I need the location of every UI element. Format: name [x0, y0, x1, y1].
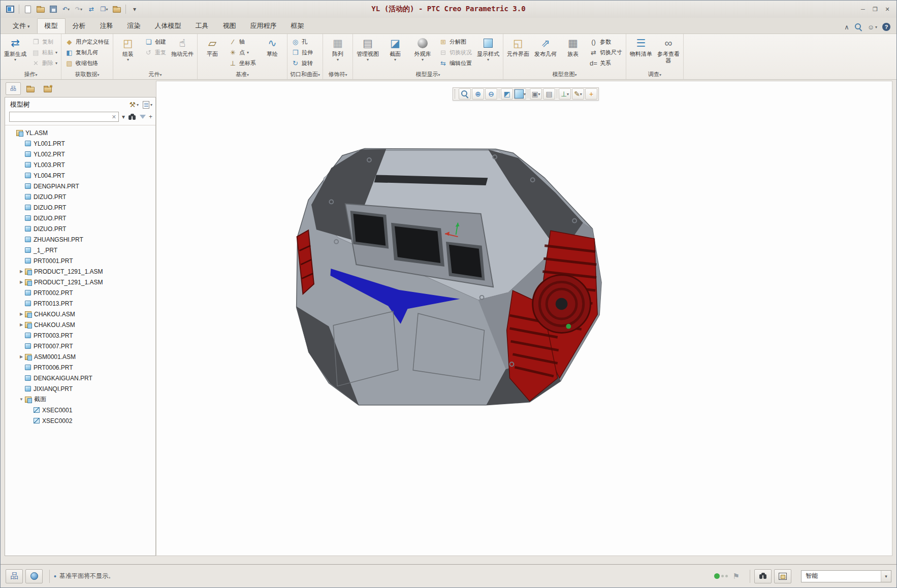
group-modifiers-label[interactable]: 修饰符▾: [325, 70, 351, 79]
switch-windows-button[interactable]: ❐▾: [99, 4, 110, 15]
extrude-button[interactable]: ❒拉伸: [289, 47, 315, 58]
close-window-button[interactable]: [111, 4, 122, 15]
expander-icon[interactable]: ▶: [18, 354, 25, 359]
filter-funnel-icon[interactable]: [140, 113, 146, 120]
regenerate-quick-button[interactable]: ⇄: [86, 4, 97, 15]
pattern-button[interactable]: ▦阵列▾: [325, 35, 351, 70]
group-operations-label[interactable]: 操作▾: [2, 70, 59, 79]
tab-manikin[interactable]: 人体模型: [148, 19, 188, 34]
tree-item[interactable]: PRT0001.PRT: [5, 255, 155, 266]
group-investigate-label[interactable]: 调查▾: [628, 70, 682, 79]
tree-item[interactable]: YL.ASM: [5, 127, 155, 138]
assemble-button[interactable]: ◰组装▾: [115, 35, 141, 70]
selection-filter-arrow[interactable]: ▾: [881, 571, 891, 582]
find-button[interactable]: [754, 569, 772, 583]
datum-display-button[interactable]: ⊥▾: [559, 88, 571, 100]
minimize-button[interactable]: ─: [858, 5, 868, 14]
tree-item[interactable]: ▶CHAKOU.ASM: [5, 319, 155, 330]
tab-model[interactable]: 模型: [37, 18, 66, 34]
tree-item[interactable]: XSEC0001: [5, 405, 155, 415]
tree-item[interactable]: DIZUO.PRT: [5, 202, 155, 213]
tree-item[interactable]: ▼截面: [5, 394, 155, 405]
tree-item[interactable]: DIZUO.PRT: [5, 213, 155, 223]
open-file-button[interactable]: [35, 4, 46, 15]
new-file-button[interactable]: [22, 4, 34, 15]
tab-analysis[interactable]: 分析: [66, 19, 93, 34]
expander-icon[interactable]: ▶: [18, 312, 25, 316]
switch-dimensions-button[interactable]: ⇄切换尺寸: [587, 47, 624, 58]
revolve-button[interactable]: ↻旋转: [289, 58, 315, 69]
zoom-in-button[interactable]: ⊕: [472, 88, 484, 100]
search-dropdown-arrow[interactable]: ▾: [122, 113, 125, 120]
tree-item[interactable]: ZHUANGSHI.PRT: [5, 234, 155, 245]
model-tree-tab[interactable]: 品: [6, 82, 21, 95]
flag-icon[interactable]: ⚑: [733, 572, 740, 581]
exploded-view-button[interactable]: ⊞分解图: [437, 37, 474, 47]
group-get-data-label[interactable]: 获取数据▾: [63, 70, 111, 79]
agent-status-dots[interactable]: [714, 573, 728, 579]
folder-browser-tab[interactable]: [23, 82, 38, 95]
feedback-smiley-icon[interactable]: ☺▾: [868, 23, 877, 31]
edit-position-button[interactable]: ⇆编辑位置: [437, 58, 474, 69]
tab-annotate[interactable]: 注释: [93, 19, 120, 34]
expander-icon[interactable]: ▶: [18, 280, 25, 284]
hole-button[interactable]: ◎孔: [289, 37, 315, 47]
tree-item[interactable]: YL003.PRT: [5, 159, 155, 170]
zoom-region-button[interactable]: [459, 88, 471, 100]
expander-icon[interactable]: ▶: [18, 322, 25, 327]
tab-tools[interactable]: 工具: [188, 19, 216, 34]
tab-framework[interactable]: 框架: [284, 19, 311, 34]
tree-tools-icon[interactable]: ⚒▾: [129, 101, 139, 109]
spin-center-button[interactable]: +: [585, 88, 597, 100]
family-table-button[interactable]: ▦族表: [560, 35, 586, 70]
tree-item[interactable]: PRT0013.PRT: [5, 298, 155, 309]
help-icon[interactable]: ?: [882, 23, 890, 31]
tree-item[interactable]: YL004.PRT: [5, 170, 155, 181]
tree-item[interactable]: DIZUO.PRT: [5, 223, 155, 234]
close-button[interactable]: ✕: [882, 5, 892, 14]
customize-quick-access-arrow[interactable]: ▾: [129, 4, 140, 15]
undo-button[interactable]: ↶▾: [60, 4, 72, 15]
search-clear-icon[interactable]: ✕: [110, 114, 118, 120]
drag-component-button[interactable]: ☝拖动元件: [169, 35, 196, 70]
bom-button[interactable]: ☰物料清单: [628, 35, 654, 70]
saved-orientations-button[interactable]: ▣▾: [530, 88, 542, 100]
tree-item[interactable]: DIZUO.PRT: [5, 191, 155, 202]
group-datum-label[interactable]: 基准▾: [199, 70, 285, 79]
switch-state-button[interactable]: ⊟切换状况: [437, 47, 474, 58]
tree-item[interactable]: ▶PRODUCT_1291_1.ASM: [5, 266, 155, 277]
app-icon[interactable]: [5, 4, 16, 15]
delete-button[interactable]: ✕删除▾: [29, 58, 59, 69]
axis-button[interactable]: ∕轴: [227, 37, 258, 47]
command-search-icon[interactable]: [854, 23, 862, 31]
tree-item[interactable]: PRT0007.PRT: [5, 341, 155, 351]
sketch-button[interactable]: ∿草绘: [259, 35, 285, 70]
group-cut-surface-label[interactable]: 切口和曲面▾: [289, 70, 321, 79]
tree-item[interactable]: JIXIANQI.PRT: [5, 383, 155, 394]
display-style-viewport-button[interactable]: ▾: [514, 88, 526, 100]
parameters-button[interactable]: ()参数: [587, 37, 624, 47]
redo-button[interactable]: ↷▾: [73, 4, 84, 15]
maximize-button[interactable]: ❐: [870, 5, 880, 14]
tab-file[interactable]: 文件▾: [6, 19, 37, 34]
tree-item[interactable]: PRT0006.PRT: [5, 362, 155, 373]
shrinkwrap-button[interactable]: ▧收缩包络: [63, 58, 111, 69]
tree-item[interactable]: DENGPIAN.PRT: [5, 181, 155, 191]
copy-button[interactable]: ❐复制: [29, 37, 59, 47]
favorites-tab[interactable]: [40, 82, 55, 95]
expander-icon[interactable]: ▶: [18, 269, 25, 274]
relations-button[interactable]: d=关系: [587, 58, 624, 69]
expander-icon[interactable]: ▼: [18, 397, 25, 402]
browser-button[interactable]: [25, 569, 43, 583]
display-style-button[interactable]: 显示样式▾: [475, 35, 501, 70]
tree-item[interactable]: ▶CHAKOU.ASM: [5, 309, 155, 319]
point-button[interactable]: ✳点▾: [227, 47, 258, 58]
tree-item[interactable]: ▶PRODUCT_1291_1.ASM: [5, 277, 155, 287]
tree-item[interactable]: _1_.PRT: [5, 245, 155, 255]
group-model-intent-label[interactable]: 模型意图▾: [505, 70, 624, 79]
tree-item[interactable]: ▶ASM0001.ASM: [5, 351, 155, 362]
reference-viewer-button[interactable]: ∞参考查看器: [655, 35, 682, 70]
regenerate-button[interactable]: ⇄重新生成▾: [2, 35, 28, 70]
publish-geometry-button[interactable]: ⇗发布几何: [532, 35, 559, 70]
udf-button[interactable]: ◆用户定义特征: [63, 37, 111, 47]
